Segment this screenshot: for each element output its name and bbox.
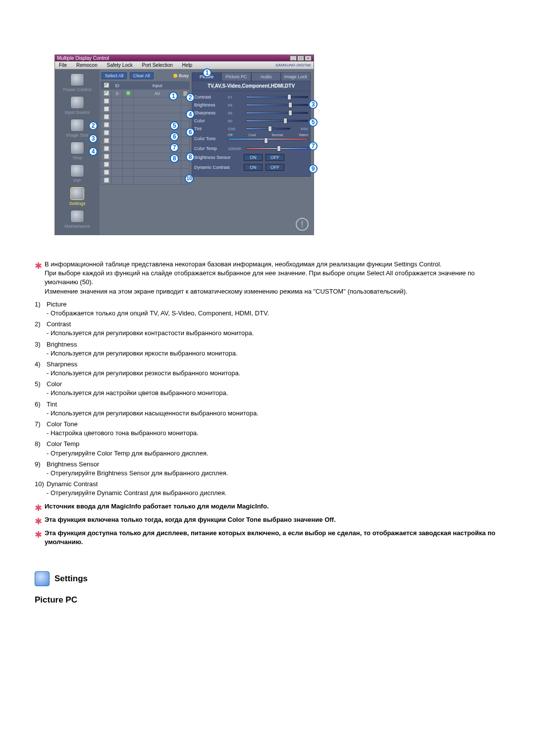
table-row[interactable]: [101, 113, 190, 121]
row-checkbox[interactable]: [104, 138, 109, 143]
power-icon: [70, 73, 84, 86]
row-brightness-sensor: Brightness Sensor ON OFF: [194, 152, 308, 162]
callout-3s: 3: [89, 134, 98, 143]
menu-remocon[interactable]: Remocon: [72, 61, 102, 69]
callout-4r: 4: [186, 110, 195, 119]
row-checkbox[interactable]: [104, 170, 109, 175]
sharpness-slider[interactable]: [246, 110, 308, 115]
callout-3r: 3: [309, 100, 318, 109]
menu-help[interactable]: Help: [178, 61, 197, 69]
row-sharpness: Sharpness 68: [194, 109, 308, 117]
status-led-icon: [126, 91, 130, 95]
row-color-tone: Color Tone Off Cool Normal Warm: [194, 133, 308, 145]
tab-image-lock[interactable]: Image Lock: [281, 72, 311, 81]
color-slider[interactable]: [246, 118, 308, 123]
row-checkbox[interactable]: [104, 162, 109, 167]
brightness-slider[interactable]: [246, 102, 308, 107]
sidebar-item-pip[interactable]: PIP: [55, 163, 100, 186]
image-size-icon: [70, 119, 84, 132]
color-temp-slider[interactable]: [246, 146, 308, 151]
mode-label: TV,AV,S-Video,Component,HDMI,DTV: [192, 81, 311, 91]
row-checkbox[interactable]: [104, 154, 109, 159]
row-color: Color 60: [194, 117, 308, 125]
menu-file[interactable]: File: [55, 61, 71, 69]
busy-indicator: Busy: [173, 73, 189, 78]
star-icon: ✱: [35, 515, 42, 528]
star-icon: ✱: [35, 260, 42, 296]
sidebar-item-input[interactable]: Input Source: [55, 95, 100, 118]
row-checkbox[interactable]: [104, 178, 109, 183]
input-icon: [70, 96, 84, 109]
color-tone-slider[interactable]: [228, 138, 308, 143]
callout-1m: 1: [169, 92, 178, 101]
bsensor-on-button[interactable]: ON: [244, 154, 263, 161]
row-checkbox[interactable]: [104, 122, 109, 127]
app-window: Multiple Display Control _ □ × File Remo…: [54, 54, 314, 235]
settings-section-icon: [35, 571, 50, 586]
notes: ✱Источник ввода для MagicInfo работает т…: [35, 502, 500, 547]
sidebar-item-settings[interactable]: Settings: [55, 186, 100, 209]
busy-icon: [173, 74, 177, 78]
menu-safety-lock[interactable]: Safety Lock: [103, 61, 137, 69]
star-icon: ✱: [35, 502, 42, 514]
clear-all-button[interactable]: Clear All: [130, 72, 154, 79]
callout-1: 1: [203, 68, 212, 77]
callout-5m: 5: [170, 121, 179, 130]
title-bar: Multiple Display Control _ □ ×: [55, 55, 314, 61]
callout-10r: 10: [185, 174, 194, 183]
callout-2r: 2: [186, 93, 195, 102]
dcontrast-on-button[interactable]: ON: [244, 164, 263, 171]
close-icon[interactable]: ×: [305, 55, 312, 61]
intro-text: В информационной таблице представлена не…: [45, 260, 500, 296]
table-row[interactable]: [101, 169, 190, 177]
subsection-title: Picture PC: [35, 595, 500, 605]
sidebar-item-maintenance[interactable]: Maintenance: [55, 209, 100, 232]
bsensor-off-button[interactable]: OFF: [266, 154, 284, 161]
row-checkbox[interactable]: [104, 91, 109, 96]
row-checkbox[interactable]: [104, 146, 109, 151]
warning-icon: !: [296, 218, 309, 231]
menu-port-selection[interactable]: Port Selection: [138, 61, 177, 69]
callout-4s: 4: [89, 147, 98, 156]
contrast-slider[interactable]: [246, 95, 308, 100]
callout-7m: 7: [170, 143, 179, 152]
table-row[interactable]: [101, 105, 190, 113]
dcontrast-off-button[interactable]: OFF: [266, 164, 284, 171]
row-tint: Tint G50 R50: [194, 125, 308, 133]
row-dynamic-contrast: Dynamic Contrast ON OFF: [194, 162, 308, 172]
feature-list: 1)Picture- Отображается только для опций…: [35, 299, 500, 499]
table-header: ID Input: [101, 82, 190, 90]
maintenance-icon: [70, 210, 84, 223]
callout-5r: 5: [309, 118, 318, 127]
window-buttons: _ □ ×: [290, 55, 312, 61]
window-title: Multiple Display Control: [57, 55, 109, 61]
callout-6m: 6: [170, 132, 179, 141]
row-checkbox[interactable]: [104, 130, 109, 135]
callout-2s: 2: [89, 121, 98, 130]
tab-audio[interactable]: Audio: [251, 72, 281, 81]
minimize-icon[interactable]: _: [290, 55, 297, 61]
description: ✱ В информационной таблице представлена …: [35, 260, 500, 547]
callout-6r: 6: [186, 128, 195, 137]
row-checkbox[interactable]: [104, 99, 109, 103]
time-icon: [70, 142, 84, 154]
sidebar-item-power[interactable]: Power Control: [55, 72, 100, 95]
star-icon: ✱: [35, 529, 42, 547]
row-checkbox[interactable]: [104, 114, 109, 119]
maximize-icon[interactable]: □: [297, 55, 304, 61]
table-row[interactable]: [101, 177, 190, 185]
menu-bar: File Remocon Safety Lock Port Selection …: [55, 61, 314, 69]
select-all-button[interactable]: Select All: [102, 72, 127, 79]
callout-8r: 8: [186, 152, 195, 161]
header-checkbox[interactable]: [104, 83, 109, 88]
settings-icon: [70, 187, 84, 200]
tab-picture-pc[interactable]: Picture PC: [221, 72, 251, 81]
callout-9r: 9: [309, 164, 318, 173]
tint-slider[interactable]: [246, 126, 290, 131]
brand-label: SAMSUNG DIGITall: [275, 63, 314, 67]
row-brightness: Brightness 68: [194, 101, 308, 109]
callout-8m: 8: [170, 154, 179, 163]
row-checkbox[interactable]: [104, 106, 109, 111]
pip-icon: [70, 164, 84, 177]
section-title: Settings: [54, 574, 88, 584]
